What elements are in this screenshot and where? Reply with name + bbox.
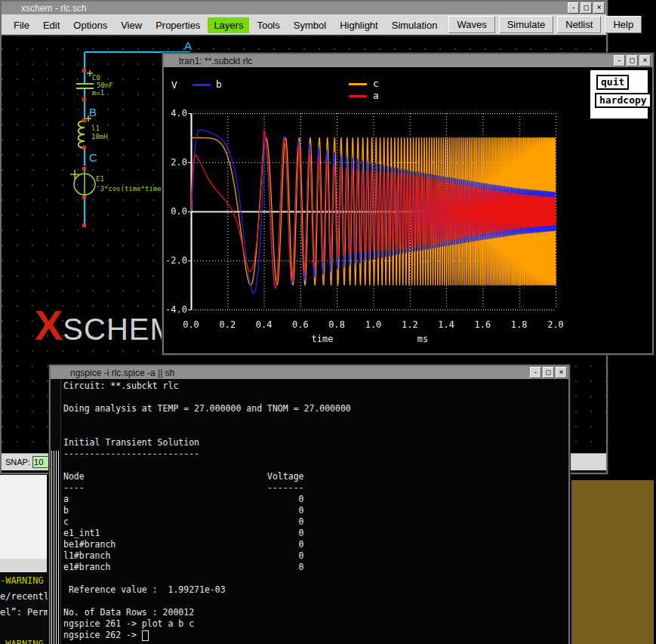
simulate-button[interactable]: Simulate xyxy=(499,16,554,33)
background-terminal-warnings: -WARNINGe/recentlyel”: Perm -WARNING xyxy=(0,573,48,644)
menu-items: FileEditOptionsViewPropertiesLayersTools… xyxy=(8,18,445,32)
menu-view[interactable]: View xyxy=(115,17,148,33)
menu-simulation[interactable]: Simulation xyxy=(386,17,444,33)
warning-line: e/recently xyxy=(0,589,48,605)
desktop: -WARNINGe/recentlyel”: Perm -WARNING xsc… xyxy=(0,0,656,644)
plot-button-panel: quit hardcopy xyxy=(590,69,648,119)
terminal-scrollbar[interactable] xyxy=(51,379,61,644)
menu-highlight[interactable]: Highlight xyxy=(334,17,384,33)
xschem-menubar: FileEditOptionsViewPropertiesLayersTools… xyxy=(2,14,606,36)
help-button[interactable]: Help xyxy=(605,16,642,33)
warning-line: el”: Perm xyxy=(0,605,48,621)
cap-extra: m=1 xyxy=(92,89,104,97)
legend-label-b: b xyxy=(216,79,222,90)
legend-label-a: a xyxy=(373,90,379,101)
ind-ref: l1 xyxy=(91,125,100,132)
cap-ref: C0 xyxy=(92,74,100,82)
menu-tools[interactable]: Tools xyxy=(251,17,285,33)
minimize-button[interactable]: - xyxy=(614,55,625,66)
close-button[interactable]: × xyxy=(556,367,567,378)
node-label-b[interactable]: B xyxy=(89,106,97,119)
menu-properties[interactable]: Properties xyxy=(149,17,206,33)
close-button[interactable]: × xyxy=(593,2,605,14)
terminal-content[interactable]: Circuit: **.subckt rlc Doing analysis at… xyxy=(51,379,568,644)
cap-value: 50nF xyxy=(97,82,113,89)
maximize-button[interactable]: □ xyxy=(543,367,554,378)
xschem-toolbar: WavesSimulateNetlistHelp xyxy=(445,16,645,33)
hardcopy-button[interactable]: hardcopy xyxy=(595,93,651,108)
xschem-logo: XSCHEM xyxy=(35,300,176,350)
logo-text: SCHEM xyxy=(63,313,175,346)
plot-window: tran1: **.subckt rlc - □ × V bca quit ha… xyxy=(162,53,654,355)
prompt-text: ngspice 262 -> xyxy=(63,630,142,640)
warning-line xyxy=(0,621,48,636)
maximize-button[interactable]: □ xyxy=(581,2,592,14)
minimize-button[interactable]: - xyxy=(530,367,541,378)
terminal-prompt[interactable]: ngspice 262 -> xyxy=(63,630,149,641)
source-symbol[interactable] xyxy=(74,168,95,197)
node-label-c[interactable]: C xyxy=(89,151,97,164)
y-axis-unit-label: V xyxy=(171,79,177,91)
ind-value: 10mH xyxy=(91,133,108,140)
capacitor-symbol[interactable] xyxy=(76,84,94,88)
menu-edit[interactable]: Edit xyxy=(37,17,66,33)
node-label-a[interactable]: A xyxy=(184,39,192,52)
close-button[interactable]: × xyxy=(639,55,651,66)
waves-button[interactable]: Waves xyxy=(448,16,494,33)
terminal-titlebar[interactable]: ngspice -i rlc.spice -a || sh - □ × xyxy=(51,366,568,379)
legend-label-c: c xyxy=(373,78,379,89)
background-dialog xyxy=(0,473,47,572)
terminal-output: Circuit: **.subckt rlc Doing analysis at… xyxy=(63,381,351,630)
warning-line: -WARNING xyxy=(0,573,48,589)
warning-line: -WARNING xyxy=(0,636,48,644)
terminal-cursor xyxy=(142,630,149,641)
plot-window-title: tran1: **.subckt rlc xyxy=(164,56,252,66)
xschem-titlebar[interactable]: xschem - rlc.sch - □ × xyxy=(2,2,606,14)
terminal-window-title: ngspice -i rlc.spice -a || sh xyxy=(51,368,174,378)
waveform-chart xyxy=(165,68,588,352)
netlist-button[interactable]: Netlist xyxy=(557,16,601,33)
src-ref: E1 xyxy=(96,175,104,183)
desktop-brown-area xyxy=(571,480,654,644)
menu-symbol[interactable]: Symbol xyxy=(288,17,332,33)
menu-layers[interactable]: Layers xyxy=(208,17,249,33)
inductor-symbol[interactable] xyxy=(79,121,85,148)
scrollbar-thumb[interactable] xyxy=(51,451,59,644)
menu-file[interactable]: File xyxy=(8,17,35,33)
plot-content: V bca quit hardcopy xyxy=(164,67,652,353)
plot-titlebar[interactable]: tran1: **.subckt rlc - □ × xyxy=(164,54,652,67)
menu-options[interactable]: Options xyxy=(67,17,113,33)
ngspice-terminal-window: ngspice -i rlc.spice -a || sh - □ × Circ… xyxy=(49,365,570,644)
xschem-window-title: xschem - rlc.sch xyxy=(2,3,87,14)
legend-swatch-c xyxy=(349,83,367,85)
legend-swatch-a xyxy=(349,95,367,97)
legend-swatch-b xyxy=(192,84,211,86)
quit-button[interactable]: quit xyxy=(596,75,629,90)
logo-x: X xyxy=(35,301,63,349)
snap-label: SNAP: xyxy=(5,458,30,467)
minimize-button[interactable]: - xyxy=(568,2,579,14)
maximize-button[interactable]: □ xyxy=(627,55,638,66)
